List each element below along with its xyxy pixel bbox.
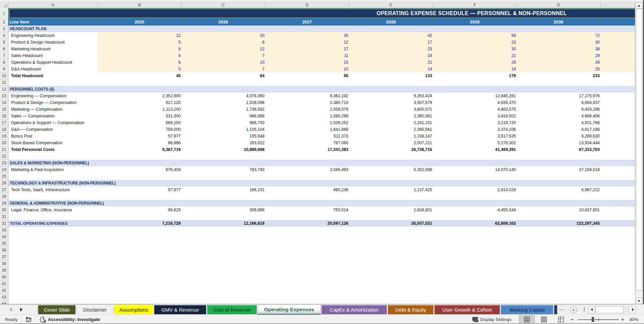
cell-G19[interactable]: 9,289,630 xyxy=(557,133,600,140)
cell-F15[interactable]: 4,883,575 xyxy=(473,106,516,113)
cell-C9[interactable]: 7 xyxy=(222,66,265,72)
row-header-23[interactable]: 23 xyxy=(0,160,8,166)
cell-E21[interactable]: 26,738,715 xyxy=(389,146,432,153)
cell-D7[interactable]: 11 xyxy=(305,52,348,59)
row-header-14[interactable]: 14 xyxy=(0,99,8,106)
more-sheets-ellipsis[interactable]: ... xyxy=(559,305,565,314)
tab-scroll-right-icon[interactable] xyxy=(20,308,23,312)
cell-B4[interactable]: 12 xyxy=(138,32,181,39)
cell-G17[interactable]: 4,501,768 xyxy=(557,119,600,126)
cell-F30[interactable]: 4,455,544 xyxy=(473,207,516,213)
cell-F7[interactable]: 22 xyxy=(473,52,516,59)
page-layout-view-button[interactable] xyxy=(536,315,552,324)
cell-E14[interactable]: 3,507,579 xyxy=(389,99,432,106)
cell-F9[interactable]: 19 xyxy=(473,66,516,72)
row-header-8[interactable]: 8 xyxy=(0,59,8,66)
sheet-tab-cover-slide[interactable]: Cover Slide xyxy=(38,305,75,314)
cell-D16[interactable]: 1,580,299 xyxy=(305,113,348,119)
cell-B8[interactable]: 6 xyxy=(138,59,181,66)
zoom-level[interactable]: 80% xyxy=(630,315,638,324)
row-header-10[interactable]: 10 xyxy=(0,72,8,79)
cell-D32[interactable]: 20,597,126 xyxy=(305,220,348,227)
year-header-2029[interactable]: 2029 xyxy=(433,19,517,25)
cell-D30[interactable]: 750,014 xyxy=(305,207,348,213)
cell-A6[interactable]: Marketing Headcount xyxy=(11,46,51,52)
cell-C14[interactable]: 1,526,096 xyxy=(222,99,265,106)
column-header-B[interactable]: B xyxy=(98,2,181,8)
cell-E13[interactable]: 9,263,424 xyxy=(389,93,432,99)
cell-E30[interactable]: 1,828,801 xyxy=(389,207,432,213)
cell-B32[interactable]: 7,218,729 xyxy=(138,220,181,227)
cell-E8[interactable]: 21 xyxy=(389,59,432,66)
hscroll-left-button[interactable] xyxy=(588,306,595,313)
status-display-settings[interactable]: Display Settings xyxy=(480,315,511,324)
cell-B9[interactable]: 5 xyxy=(138,66,181,72)
cell-D17[interactable]: 1,539,252 xyxy=(305,119,348,126)
row-header-39[interactable]: 39 xyxy=(0,267,8,274)
column-header-F[interactable]: F xyxy=(433,2,517,8)
cell-D6[interactable]: 17 xyxy=(305,46,348,52)
cell-E27[interactable]: 1,137,425 xyxy=(389,186,432,193)
zoom-out-button[interactable]: − xyxy=(571,315,574,324)
accessibility-icon[interactable] xyxy=(40,316,47,323)
cell-E24[interactable]: 5,352,589 xyxy=(389,166,432,173)
cell-B13[interactable]: 2,352,900 xyxy=(138,93,181,99)
row-header-25[interactable]: 25 xyxy=(0,173,8,180)
cell-B10[interactable]: 40 xyxy=(138,72,181,79)
cell-A3[interactable]: HEADCOUNT PLAN xyxy=(10,25,46,32)
row-header-24[interactable]: 24 xyxy=(0,166,8,173)
year-header-row[interactable]: Line Item 202520262027202820292030 xyxy=(8,19,635,25)
row-headers[interactable]: 1234567891011121314151617181920212223242… xyxy=(0,8,8,304)
cell-A23[interactable]: SALES & MARKETING (NON-PERSONNEL) xyxy=(10,160,89,166)
cell-B27[interactable]: 57,977 xyxy=(138,186,181,193)
cell-A4[interactable]: Engineering Headcount xyxy=(11,32,55,39)
cell-D18[interactable]: 1,641,869 xyxy=(305,126,348,133)
cell-G24[interactable]: 37,158,518 xyxy=(557,166,600,173)
cell-C13[interactable]: 4,078,360 xyxy=(222,93,265,99)
cell-A5[interactable]: Product & Design Headcount xyxy=(11,39,65,46)
cell-D14[interactable]: 2,380,710 xyxy=(305,99,348,106)
cell-F16[interactable]: 3,418,502 xyxy=(473,113,516,119)
sheet-tab-cost-of-revenue[interactable]: Cost of Revenue xyxy=(207,305,257,314)
cell-G27[interactable]: 6,967,222 xyxy=(557,186,600,193)
row-header-21[interactable]: 21 xyxy=(0,146,8,153)
row-header-15[interactable]: 15 xyxy=(0,106,8,113)
cell-E20[interactable]: 2,007,221 xyxy=(389,140,432,146)
row-header-2[interactable]: 2 xyxy=(0,19,8,25)
cell-E32[interactable]: 35,057,531 xyxy=(389,220,432,227)
normal-view-button[interactable] xyxy=(519,315,535,324)
cell-C19[interactable]: 195,948 xyxy=(222,133,265,140)
cell-F10[interactable]: 179 xyxy=(473,72,516,79)
zoom-slider-thumb[interactable] xyxy=(592,317,594,322)
cell-B14[interactable]: 917,125 xyxy=(138,99,181,106)
cell-C8[interactable]: 10 xyxy=(222,59,265,66)
cell-D5[interactable]: 12 xyxy=(305,39,348,46)
cell-B17[interactable]: 569,250 xyxy=(138,119,181,126)
column-header-G[interactable]: G xyxy=(517,2,600,8)
cell-A14[interactable]: Product & Design — Compensation xyxy=(11,99,77,106)
cell-B24[interactable]: 676,404 xyxy=(138,166,181,173)
cell-F24[interactable]: 14,070,140 xyxy=(473,166,516,173)
column-headers[interactable]: ABCDEFG xyxy=(8,2,635,8)
cell-G8[interactable]: 39 xyxy=(557,59,600,66)
row-header-43[interactable]: 43 xyxy=(0,294,8,301)
cell-A18[interactable]: G&A — Compensation xyxy=(11,126,53,133)
cell-A26[interactable]: TECHNOLOGY & INFRASTRUCTURE (NON-PERSONN… xyxy=(10,180,116,186)
cell-B30[interactable]: 96,629 xyxy=(138,207,181,213)
cell-F17[interactable]: 3,218,720 xyxy=(473,119,516,126)
cell-C32[interactable]: 12,166,618 xyxy=(222,220,265,227)
cell-G21[interactable]: 67,333,703 xyxy=(557,146,600,153)
cell-A10[interactable]: Total Headcount xyxy=(11,72,43,79)
sheet-tab-debt-equity[interactable]: Debt & Equity xyxy=(388,305,433,314)
cell-C27[interactable]: 186,151 xyxy=(222,186,265,193)
status-accessibility[interactable]: Accessibility: Investigate xyxy=(48,315,100,324)
cell-D21[interactable]: 17,341,383 xyxy=(305,146,348,153)
row-header-38[interactable]: 38 xyxy=(0,260,8,267)
column-header-E[interactable]: E xyxy=(349,2,433,8)
sheet-tab-working-capital[interactable]: Working Capital xyxy=(501,305,553,314)
tab-bar-drag-dots[interactable]: ••• xyxy=(584,307,585,312)
row-header-17[interactable]: 17 xyxy=(0,119,8,126)
cell-D13[interactable]: 6,362,242 xyxy=(305,93,348,99)
column-header-D[interactable]: D xyxy=(265,2,349,8)
cell-A21[interactable]: Total Personnel Costs xyxy=(11,146,55,153)
